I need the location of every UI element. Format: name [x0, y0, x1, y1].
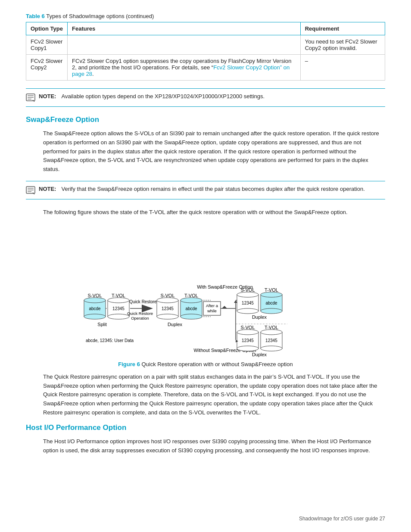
swap-para3: The Quick Restore pairresync operation o…	[43, 373, 385, 417]
row1-requirement: You need to set FCv2 Slower Copy2 option…	[300, 35, 385, 55]
svg-point-29	[157, 298, 178, 303]
table-caption-text: Types of ShadowImage options (continued)	[46, 13, 154, 19]
note2-text: Verify that the Swap&Freeze option remai…	[61, 186, 364, 192]
row1-features	[68, 35, 301, 55]
table-row: FCv2 Slower Copy1 You need to set FCv2 S…	[26, 35, 385, 55]
svg-text:abcde: abcde	[185, 306, 197, 311]
swap-freeze-diagram: S-VOL T-VOL abcde 12345 Split abcde, 123…	[55, 225, 356, 358]
note1-label: NOTE:	[39, 93, 56, 100]
svg-text:T-VOL: T-VOL	[184, 293, 198, 298]
row2-features: FCv2 Slower Copy1 option suppresses the …	[68, 55, 301, 81]
svg-point-33	[181, 298, 202, 303]
table-caption: Table 6 Types of ShadowImage options (co…	[26, 13, 385, 19]
note-icon-2	[26, 186, 35, 195]
svg-point-52	[261, 292, 282, 297]
note2-box: NOTE: Verify that the Swap&Freeze option…	[26, 181, 385, 199]
svg-point-11	[84, 298, 106, 303]
figure-caption-text: Quick Restore operation with or without …	[142, 361, 293, 367]
col-header-requirement: Requirement	[300, 22, 385, 35]
options-table: Option Type Features Requirement FCv2 Sl…	[26, 22, 385, 81]
svg-point-61	[237, 330, 258, 335]
svg-text:S-VOL: S-VOL	[160, 293, 174, 298]
note1-text: Available option types depend on the XP1…	[61, 93, 265, 100]
svg-point-49	[237, 308, 258, 314]
svg-point-30	[157, 314, 178, 319]
svg-text:S-VOL: S-VOL	[240, 325, 255, 330]
host-para1: The Host I/O Performance option improves…	[43, 437, 385, 455]
svg-text:T-VOL: T-VOL	[265, 325, 278, 330]
swap-para2: The following figure shows the state of …	[43, 208, 385, 217]
swap-para1: The Swap&Freeze option allows the S-VOLs…	[43, 129, 385, 174]
svg-point-12	[84, 314, 106, 319]
svg-text:Quick Restore: Quick Restore	[127, 311, 153, 316]
swap-freeze-heading: Swap&Freeze Option	[26, 115, 385, 124]
note2-label: NOTE:	[39, 186, 56, 192]
table-row: FCv2 Slower Copy2 FCv2 Slower Copy1 opti…	[26, 55, 385, 81]
svg-text:Duplex: Duplex	[252, 352, 267, 357]
svg-text:T-VOL: T-VOL	[112, 293, 125, 298]
svg-text:abcde: abcde	[89, 306, 101, 311]
figure-label: Figure 6	[118, 361, 140, 367]
svg-text:12345: 12345	[112, 306, 125, 311]
row1-option: FCv2 Slower Copy1	[26, 35, 68, 55]
note1-box: NOTE: Available option types depend on t…	[26, 88, 385, 107]
svg-marker-43	[222, 306, 227, 308]
svg-text:Split: Split	[97, 322, 106, 327]
svg-point-53	[261, 308, 282, 314]
svg-point-65	[261, 330, 282, 335]
svg-text:12345: 12345	[162, 306, 174, 311]
svg-text:T-VOL: T-VOL	[265, 287, 278, 292]
col-header-option-type: Option Type	[26, 22, 68, 35]
footer: ShadowImage for z/OS user guide 27	[299, 516, 385, 522]
figure-caption: Figure 6 Quick Restore operation with or…	[26, 361, 385, 367]
svg-point-34	[181, 314, 202, 319]
svg-text:12345: 12345	[242, 338, 254, 343]
svg-text:while: while	[207, 308, 217, 313]
row2-option: FCv2 Slower Copy2	[26, 55, 68, 81]
table-label: Table 6	[26, 13, 45, 19]
svg-text:12345: 12345	[265, 338, 277, 343]
svg-point-48	[237, 292, 258, 297]
svg-point-66	[261, 346, 282, 351]
svg-text:Duplex: Duplex	[252, 314, 267, 320]
svg-text:Duplex: Duplex	[168, 322, 183, 327]
svg-point-16	[108, 298, 129, 303]
svg-text:Operation: Operation	[131, 316, 149, 320]
svg-point-17	[108, 314, 129, 319]
svg-text:After a: After a	[206, 303, 218, 308]
svg-text:S-VOL: S-VOL	[240, 287, 255, 292]
svg-point-62	[237, 346, 258, 351]
figure-area: S-VOL T-VOL abcde 12345 Split abcde, 123…	[26, 225, 385, 367]
svg-text:Quick Restore: Quick Restore	[129, 299, 157, 304]
svg-text:S-VOL: S-VOL	[87, 293, 102, 298]
svg-text:abcde, 12345: User Data: abcde, 12345: User Data	[86, 338, 134, 343]
fcv2-link[interactable]: Fcv2 Slower Copy2 Option” on page 28	[72, 64, 290, 77]
col-header-features: Features	[68, 22, 301, 35]
row2-requirement: –	[300, 55, 385, 81]
host-io-heading: Host I/O Performance Option	[26, 423, 385, 432]
svg-text:abcde: abcde	[265, 301, 277, 305]
svg-text:12345: 12345	[242, 301, 254, 305]
note-icon	[26, 93, 35, 102]
